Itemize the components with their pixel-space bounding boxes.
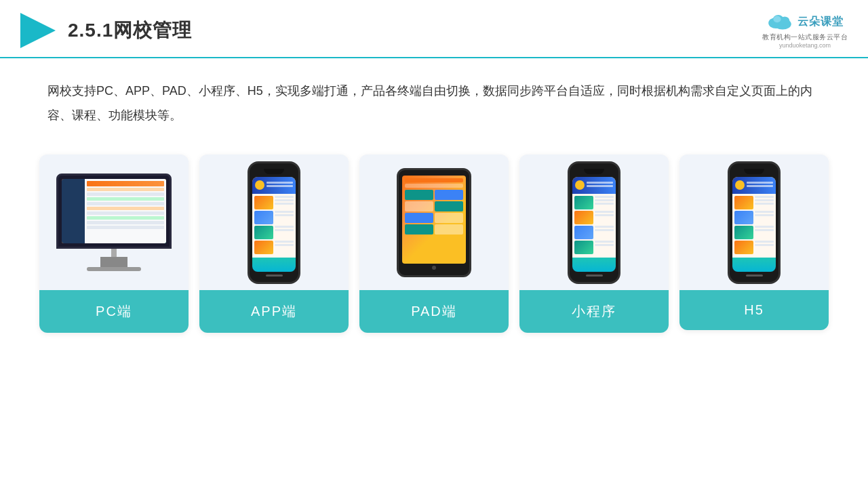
card-pad-label: PAD端 — [359, 290, 509, 333]
card-h5-image — [679, 155, 829, 290]
h5-phone-mockup — [728, 161, 781, 284]
page-title: 2.5.1网校管理 — [68, 18, 192, 43]
card-pc-label: PC端 — [39, 290, 189, 333]
card-miniprogram: 小程序 — [519, 155, 669, 333]
card-pad: PAD端 — [359, 155, 509, 333]
logo-url: yunduoketang.com — [779, 42, 831, 49]
card-pad-image — [359, 155, 509, 290]
app-phone-mockup — [248, 161, 300, 284]
description-text: 网校支持PC、APP、PAD、小程序、H5，实现多端打通，产品各终端自由切换，数… — [0, 58, 868, 141]
card-app-label: APP端 — [199, 290, 349, 333]
header-left: 2.5.1网校管理 — [20, 13, 192, 48]
svg-point-5 — [773, 16, 781, 23]
cards-container: PC端 — [0, 148, 868, 353]
logo-area: 云朵课堂 教育机构一站式服务云平台 yunduoketang.com — [762, 12, 848, 49]
card-pc-image — [39, 155, 189, 290]
header: 2.5.1网校管理 云朵课堂 教育机构一站式服务云平台 yunduoketang… — [0, 0, 868, 58]
card-pc: PC端 — [39, 155, 189, 333]
card-h5-label: H5 — [679, 290, 829, 330]
description-content: 网校支持PC、APP、PAD、小程序、H5，实现多端打通，产品各终端自由切换，数… — [47, 84, 812, 122]
card-h5: H5 — [679, 155, 829, 330]
svg-point-4 — [780, 16, 789, 25]
card-miniprogram-label: 小程序 — [519, 290, 669, 333]
pc-mockup — [56, 174, 172, 271]
pad-tablet-mockup — [397, 168, 471, 277]
cloud-icon — [766, 12, 793, 31]
card-app: APP端 — [199, 155, 349, 333]
logo-name: 云朵课堂 — [797, 15, 844, 29]
logo-tagline: 教育机构一站式服务云平台 — [762, 33, 848, 42]
logo-cloud: 云朵课堂 — [766, 12, 844, 31]
svg-marker-0 — [20, 13, 56, 48]
play-icon — [20, 13, 56, 48]
card-miniprogram-image — [519, 155, 669, 290]
card-app-image — [199, 155, 349, 290]
miniprogram-phone-mockup — [568, 161, 620, 284]
